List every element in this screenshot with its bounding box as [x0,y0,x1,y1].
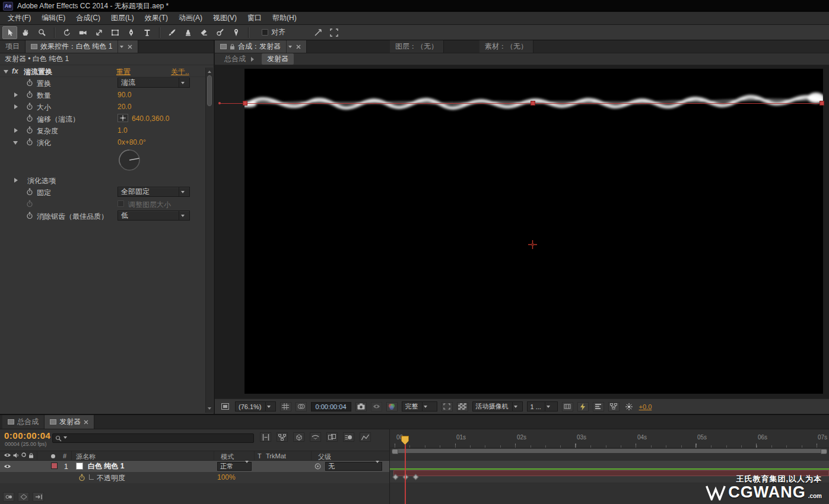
region-of-interest-icon[interactable] [326,26,341,39]
parent-pickwhip-icon[interactable] [315,463,321,470]
tab-close-icon[interactable] [84,420,88,425]
tab-dropdown-icon[interactable] [117,40,125,53]
shy-layers-icon[interactable] [310,432,321,442]
tab-layer-viewer[interactable]: 图层：（无） [390,40,444,53]
center-handle[interactable] [531,101,535,106]
grid-options-icon[interactable] [280,402,291,412]
stopwatch-icon[interactable] [26,103,33,110]
layer-row[interactable]: 1 白色 纯色 1 正常 无 [0,461,389,472]
mask-shape-tool-icon[interactable] [107,26,122,39]
mask-visibility-icon[interactable] [296,402,307,412]
current-timecode[interactable]: 0:00:00:04 [4,430,50,441]
current-time-indicator-line[interactable] [405,438,406,504]
effect-reset-link[interactable]: 重置 [116,67,131,77]
time-ruler[interactable]: 00s 01s 02s 03s 04s 05s 06s 07s [390,429,829,448]
point-picker-icon[interactable] [117,114,128,122]
scroll-up-icon[interactable] [206,68,213,74]
stopwatch-icon[interactable] [26,188,33,196]
clone-stamp-tool-icon[interactable] [180,26,195,39]
stopwatch-icon[interactable] [26,79,33,87]
scale-arrows-icon[interactable] [310,26,325,39]
motion-blur-icon[interactable] [343,432,354,442]
draft-3d-icon[interactable] [293,432,304,442]
breadcrumb-parent[interactable]: 总合成 [224,54,246,64]
pinning-dropdown[interactable]: 全部固定 [117,187,190,197]
menu-composition[interactable]: 合成(C) [71,12,106,24]
right-handle[interactable] [820,101,824,106]
fast-preview-icon[interactable] [577,402,589,412]
source-name-column-label[interactable]: 源名称 [76,452,96,461]
offset-value[interactable]: 640.0,360.0 [132,114,169,123]
group-row-evolution-options[interactable]: 演化选项 [0,174,214,186]
lock-icon[interactable] [230,43,235,50]
menu-animation[interactable]: 动画(A) [173,12,208,24]
camera-tool-icon[interactable] [75,26,90,39]
complexity-value[interactable]: 1.0 [117,126,128,135]
text-tool-icon[interactable] [139,26,154,39]
puppet-pin-tool-icon[interactable] [228,26,243,39]
effect-collapse-icon[interactable] [4,70,8,76]
rotation-tool-icon[interactable] [59,26,74,39]
tab-composition[interactable]: 合成：发射器 [215,40,307,53]
pen-tool-icon[interactable] [123,26,138,39]
amount-value[interactable]: 90.0 [117,91,131,99]
pan-behind-tool-icon[interactable] [91,26,106,39]
path-endpoint-dot[interactable] [218,102,221,104]
stopwatch-icon[interactable] [26,91,33,98]
effect-about-link[interactable]: 关于.. [171,67,189,77]
mode-column-label[interactable]: 模式 [221,452,234,461]
stopwatch-icon[interactable] [78,474,85,481]
timeline-button-icon[interactable] [593,402,604,412]
scrollbar-thumb[interactable] [207,75,212,106]
search-input[interactable] [69,435,251,442]
vertical-scrollbar[interactable] [205,68,213,413]
comp-current-time[interactable]: 0:00:00:04 [311,402,351,412]
menu-file[interactable]: 文件(F) [2,12,36,24]
eraser-tool-icon[interactable] [196,26,211,39]
evolution-value[interactable]: 0x+80.0° [117,138,146,146]
tab-comp-emitter[interactable]: 发射器 [45,415,94,429]
exposure-value[interactable]: +0.0 [639,403,652,410]
angle-dial[interactable] [117,148,141,172]
antialiasing-dropdown[interactable]: 低 [117,210,190,221]
graph-editor-icon[interactable] [360,432,371,442]
transfer-controls-toggle-icon[interactable] [18,492,29,502]
stopwatch-icon[interactable] [26,138,33,146]
stopwatch-icon[interactable] [26,212,33,219]
tab-comp-main[interactable]: 总合成 [2,415,45,429]
menu-view[interactable]: 视图(V) [208,12,242,24]
search-options-icon[interactable] [63,436,67,441]
magnification-dropdown[interactable]: (76.1%) [235,401,276,412]
stopwatch-icon[interactable] [26,114,33,122]
size-value[interactable]: 20.0 [117,103,131,111]
exposure-icon[interactable] [624,402,635,412]
mini-flowchart-icon[interactable] [277,432,288,442]
transparency-grid-icon[interactable] [457,402,468,412]
layer-visibility-icon[interactable] [4,464,11,469]
menu-window[interactable]: 窗口 [242,12,267,24]
tab-close-icon[interactable] [128,44,132,49]
opacity-property-row[interactable]: 不透明度 100% [0,472,389,483]
channels-icon[interactable] [386,402,398,412]
collapse-icon[interactable] [13,141,18,147]
tab-effect-controls[interactable]: 效果控件：白色 纯色 1 [26,40,138,53]
expand-icon[interactable] [14,178,20,183]
view-layout-dropdown[interactable]: 1 ... [527,401,558,412]
selection-tool-icon[interactable] [2,26,17,39]
expand-icon[interactable] [14,104,20,109]
tab-footage-viewer[interactable]: 素材：（无） [479,40,533,53]
property-name[interactable]: 不透明度 [97,473,125,483]
roto-brush-tool-icon[interactable] [212,26,227,39]
show-snapshot-icon[interactable] [371,402,382,412]
displacement-dropdown[interactable]: 湍流 [117,78,190,88]
work-area-bar[interactable] [392,449,827,453]
comp-viewport[interactable] [215,65,829,398]
layer-switches-toggle-icon[interactable] [3,492,14,502]
breadcrumb-current[interactable]: 发射器 [262,53,294,65]
menu-edit[interactable]: 编辑(E) [36,12,71,24]
left-handle[interactable] [243,101,247,106]
tab-project[interactable]: 项目 [0,40,26,53]
composition-frame[interactable] [244,69,823,394]
parent-column-label[interactable]: 父级 [318,452,331,461]
menu-effect[interactable]: 效果(T) [139,12,173,24]
